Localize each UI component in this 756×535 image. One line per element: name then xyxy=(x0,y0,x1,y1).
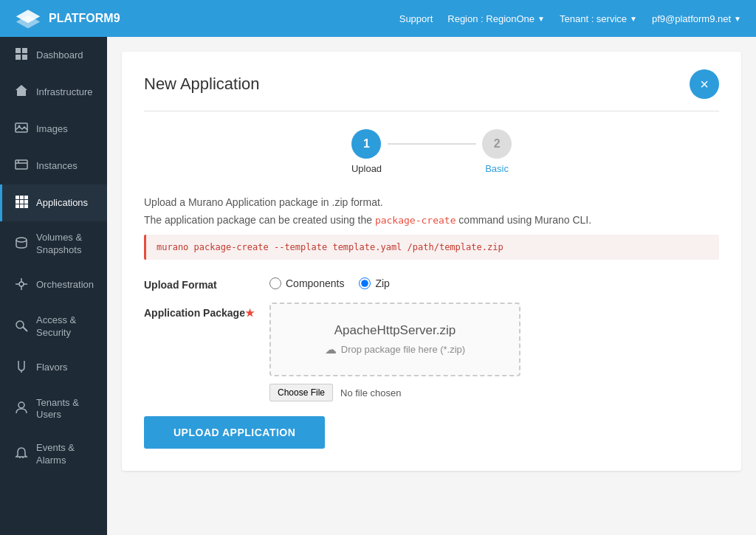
format-zip-radio[interactable] xyxy=(359,277,371,289)
sidebar-item-label-tenants: Tenants & Users xyxy=(36,397,95,422)
main-content: New Application × 1 Upload 2 Basic xyxy=(107,37,756,535)
step-1: 1 Upload xyxy=(351,129,382,174)
sidebar-item-access[interactable]: Access & Security xyxy=(0,304,107,350)
events-icon xyxy=(14,446,29,463)
svg-rect-14 xyxy=(20,196,24,199)
format-radio-group: Components Zip xyxy=(269,275,719,289)
app-package-label: Application Package★ xyxy=(144,303,269,319)
step-2-label: Basic xyxy=(485,163,509,174)
svg-rect-19 xyxy=(16,204,19,208)
infrastructure-icon xyxy=(14,84,29,100)
topnav-links: Support Region : RegionOne ▼ Tenant : se… xyxy=(399,13,741,24)
sidebar-item-flavors[interactable]: Flavors xyxy=(0,350,107,387)
sidebar-item-infrastructure[interactable]: Infrastructure xyxy=(0,74,107,111)
user-dropdown[interactable]: pf9@platform9.net ▼ xyxy=(652,13,741,24)
images-icon xyxy=(14,121,29,137)
instances-icon xyxy=(14,158,29,174)
svg-rect-13 xyxy=(16,196,19,199)
topnav: PLATFORM9 Support Region : RegionOne ▼ T… xyxy=(0,0,756,37)
cloud-upload-icon: ☁ xyxy=(325,342,337,356)
logo-icon xyxy=(15,8,41,29)
sidebar-item-applications[interactable]: Applications xyxy=(0,184,107,221)
svg-point-23 xyxy=(19,282,24,286)
step-connector xyxy=(388,143,476,145)
description-1: Upload a Murano Application package in .… xyxy=(144,196,719,208)
steps-indicator: 1 Upload 2 Basic xyxy=(144,129,719,174)
svg-rect-5 xyxy=(22,55,27,60)
svg-rect-20 xyxy=(20,204,24,208)
sidebar-item-label-access: Access & Security xyxy=(36,314,95,339)
choose-file-button[interactable]: Choose File xyxy=(269,384,333,401)
step-2: 2 Basic xyxy=(482,129,512,174)
tenant-dropdown[interactable]: Tenant : service ▼ xyxy=(560,13,637,24)
svg-rect-3 xyxy=(22,48,27,53)
required-star: ★ xyxy=(245,307,255,319)
upload-format-row: Upload Format Components Zip xyxy=(144,275,719,291)
page-header: New Application × xyxy=(144,69,719,111)
applications-icon xyxy=(14,195,29,211)
format-components-label: Components xyxy=(286,277,344,289)
flavors-icon xyxy=(14,360,29,376)
svg-point-31 xyxy=(18,402,24,408)
user-caret-icon: ▼ xyxy=(734,15,741,23)
format-components-radio[interactable] xyxy=(269,277,281,289)
sidebar: Dashboard Infrastructure Images Instance… xyxy=(0,37,107,535)
package-create-code: package-create xyxy=(375,215,456,226)
svg-point-22 xyxy=(16,238,27,242)
svg-rect-18 xyxy=(24,200,28,204)
sidebar-item-instances[interactable]: Instances xyxy=(0,148,107,184)
page-title: New Application xyxy=(144,75,260,94)
code-example: murano package-create --template templat… xyxy=(144,235,719,260)
sidebar-item-label-volumes: Volumes & Snapshots xyxy=(36,232,95,257)
sidebar-item-orchestration[interactable]: Orchestration xyxy=(0,267,107,304)
sidebar-item-label-dashboard: Dashboard xyxy=(36,49,83,62)
region-caret-icon: ▼ xyxy=(537,15,545,23)
svg-marker-7 xyxy=(16,85,27,90)
step-1-label: Upload xyxy=(351,163,382,174)
support-link[interactable]: Support xyxy=(399,13,433,24)
upload-application-button[interactable]: UPLOAD APPLICATION xyxy=(144,416,325,449)
sidebar-item-label-instances: Instances xyxy=(36,160,78,173)
sidebar-item-volumes[interactable]: Volumes & Snapshots xyxy=(0,221,107,267)
format-zip-label: Zip xyxy=(375,277,389,289)
new-application-panel: New Application × 1 Upload 2 Basic xyxy=(122,52,741,471)
format-zip-option[interactable]: Zip xyxy=(359,277,389,289)
tenants-icon xyxy=(14,401,29,417)
sidebar-item-tenants[interactable]: Tenants & Users xyxy=(0,387,107,432)
sidebar-item-label-events: Events & Alarms xyxy=(36,442,95,467)
file-input-row: Choose File No file chosen xyxy=(269,384,719,401)
file-drop-area[interactable]: ApacheHttpServer.zip ☁ Drop package file… xyxy=(269,303,520,376)
svg-rect-17 xyxy=(20,200,24,204)
format-components-option[interactable]: Components xyxy=(269,277,344,289)
svg-rect-21 xyxy=(24,204,28,208)
file-drop-filename: ApacheHttpServer.zip xyxy=(334,323,456,338)
sidebar-item-label-flavors: Flavors xyxy=(36,362,68,374)
no-file-text: No file chosen xyxy=(340,387,401,398)
logo-text: PLATFORM9 xyxy=(49,12,120,25)
svg-line-29 xyxy=(23,327,27,331)
tenant-caret-icon: ▼ xyxy=(630,15,637,23)
description-2: The application package can be created u… xyxy=(144,214,719,226)
sidebar-item-images[interactable]: Images xyxy=(0,111,107,148)
upload-format-control: Components Zip xyxy=(269,275,719,289)
svg-rect-15 xyxy=(24,196,28,199)
sidebar-item-label-images: Images xyxy=(36,123,68,136)
step-2-circle: 2 xyxy=(482,129,512,159)
logo: PLATFORM9 xyxy=(15,8,120,29)
orchestration-icon xyxy=(14,277,29,294)
volumes-icon xyxy=(14,236,29,252)
file-drop-hint: ☁ Drop package file here (*.zip) xyxy=(325,342,465,356)
step-1-circle: 1 xyxy=(351,129,381,159)
close-button[interactable]: × xyxy=(690,69,719,99)
sidebar-item-label-infrastructure: Infrastructure xyxy=(36,86,93,99)
svg-rect-10 xyxy=(16,160,27,169)
region-dropdown[interactable]: Region : RegionOne ▼ xyxy=(447,13,545,24)
svg-rect-16 xyxy=(16,200,19,204)
svg-rect-6 xyxy=(17,90,26,96)
app-package-row: Application Package★ ApacheHttpServer.zi… xyxy=(144,303,719,401)
access-icon xyxy=(14,319,29,335)
sidebar-item-events[interactable]: Events & Alarms xyxy=(0,432,107,477)
dashboard-icon xyxy=(14,47,29,63)
sidebar-item-label-applications: Applications xyxy=(36,197,88,210)
sidebar-item-dashboard[interactable]: Dashboard xyxy=(0,37,107,74)
